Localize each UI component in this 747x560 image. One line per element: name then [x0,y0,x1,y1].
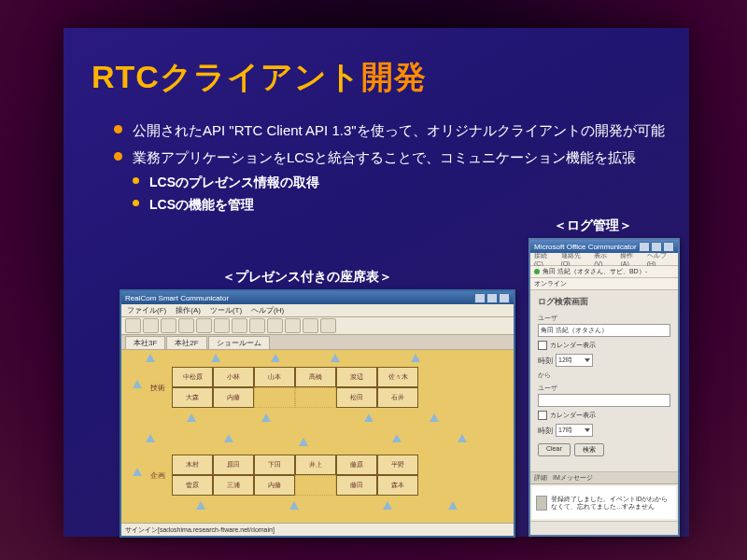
seat-empty[interactable] [254,387,295,408]
close-button[interactable] [499,293,510,303]
seat-group-2: 企画 木村 原田 下田 井上 藤原 平野 菅原 三浦 内藤 藤田 [172,455,418,496]
seat-titlebar[interactable]: RealCom Smart Communicator [121,291,514,304]
seat-cell[interactable]: 三浦 [213,475,254,496]
toolbar-btn[interactable] [196,318,212,333]
time2-row: 時刻 17時 [538,424,670,437]
presence-icon [430,413,439,422]
seat-cell[interactable]: 高橋 [295,367,336,387]
seat-cell[interactable]: 井上 [295,455,336,475]
presence-icon [196,501,205,510]
seat-cell[interactable]: 松田 [336,387,377,408]
list-header: 詳細 IMメッセージ [530,472,678,484]
seat-cell[interactable]: 石井 [377,387,418,408]
presence-status-line: 角田 浩紀（オタさん、サビ、BD）- [530,266,678,278]
seat-cell[interactable]: 木村 [172,455,213,475]
seat-row: 大森 内藤 松田 石井 [172,387,418,408]
seat-cell[interactable]: 内藤 [213,387,254,408]
window-buttons [639,242,674,252]
presence-icon [187,413,196,422]
time2-label: 時刻 [538,426,553,436]
from-label: から [538,371,670,380]
seat-empty[interactable] [295,475,336,496]
presence-icon [392,434,402,442]
menu-item[interactable]: 操作(A) [620,251,641,267]
seat-cell[interactable]: 大森 [172,387,213,408]
chevron-down-icon [585,428,590,432]
list-row[interactable]: 登録終了しました。イベントIDがわからなくて、忘れてました…すみません [532,486,676,519]
seat-cell[interactable]: 中松原 [172,367,213,387]
toolbar-btn[interactable] [143,318,159,333]
form-title: ログ検索画面 [538,296,670,308]
menu-item[interactable]: 連絡先(O) [561,251,589,267]
toolbar-btn[interactable] [320,318,336,333]
seat-cell[interactable]: 渡辺 [336,367,377,387]
close-button[interactable] [663,242,674,252]
seat-cell[interactable]: 内藤 [254,475,295,496]
seat-chart-window: RealCom Smart Communicator ファイル(F) 操作(A)… [120,289,515,538]
maximize-button[interactable] [651,242,662,252]
bullet-list: 公開されたAPI "RTC Client API 1.3"を使って、オリジナルク… [114,119,667,221]
seat-toolbar [121,317,514,335]
user2-label: ユーザ [538,384,670,393]
time-select[interactable]: 12時 [556,354,593,367]
toolbar-btn[interactable] [214,318,230,333]
presence-dot-icon [534,269,540,274]
time-value: 12時 [558,356,572,365]
presence-user: 角田 浩紀（オタさん、サビ、BD）- [543,267,647,276]
toolbar-btn[interactable] [249,318,265,333]
list-col-msg: IMメッセージ [553,473,593,483]
toolbar-btn[interactable] [232,318,247,333]
seat-empty[interactable] [295,387,336,408]
projection-backdrop: RTCクライアント開発 公開されたAPI "RTC Client API 1.3… [0,0,747,560]
toolbar-btn[interactable] [161,318,176,333]
time2-select[interactable]: 17時 [556,424,593,437]
tab-1[interactable]: 本社3F [125,336,165,349]
toolbar-btn[interactable] [178,318,194,333]
menu-help[interactable]: ヘルプ(H) [251,305,284,315]
user2-input[interactable] [538,394,670,407]
seat-cell[interactable]: 下田 [254,455,295,475]
seat-area: 技術 中松原 小林 山本 高橋 渡辺 佐々木 大森 内藤 松田 [121,349,514,523]
presence-icon [271,354,280,362]
log-menubar: 接続(C) 連絡先(O) 表示(V) 操作(A) ヘルプ(H) [530,253,678,266]
seat-cell[interactable]: 原田 [213,455,254,475]
presence-icon [146,434,155,442]
caption-log: ＜ログ管理＞ [554,217,632,234]
tab-2[interactable]: 本社2F [166,336,206,349]
seat-cell[interactable]: 小林 [213,367,254,387]
toolbar-btn[interactable] [303,318,318,333]
toolbar-btn[interactable] [267,318,283,333]
list-col-detail: 詳細 [534,473,547,483]
seat-cell[interactable]: 藤原 [336,455,377,475]
seat-cell[interactable]: 佐々木 [377,367,418,387]
menu-action[interactable]: 操作(A) [176,305,201,315]
menu-item[interactable]: 表示(V) [594,251,614,267]
user-input[interactable]: 角田 浩紀（オタさん） [538,324,670,337]
search-button[interactable]: 検索 [574,443,604,456]
menu-item[interactable]: ヘルプ(H) [647,251,674,267]
menu-item[interactable]: 接続(C) [534,251,556,267]
minimize-button[interactable] [474,293,486,303]
seat-status-text: サインイン[sadoshima.research-ftware.net/doma… [125,525,275,535]
tab-3[interactable]: ショールーム [208,336,270,349]
checkbox-icon [538,341,547,350]
calendar-check[interactable]: カレンダー表示 [538,341,670,350]
chevron-down-icon [585,358,590,362]
seat-cell[interactable]: 平野 [377,455,418,475]
toolbar-btn[interactable] [125,318,141,333]
menu-tool[interactable]: ツール(T) [210,305,242,315]
seat-cell[interactable]: 藤田 [336,475,377,496]
minimize-button[interactable] [639,242,650,252]
time-row: 時刻 12時 [538,354,670,367]
maximize-button[interactable] [486,293,498,303]
toolbar-btn[interactable] [285,318,301,333]
calendar2-check[interactable]: カレンダー表示 [538,411,670,420]
presence-icon [289,501,299,510]
menu-file[interactable]: ファイル(F) [127,305,166,315]
seat-cell[interactable]: 山本 [254,367,295,387]
seat-cell[interactable]: 菅原 [172,475,213,496]
seat-cell[interactable]: 森本 [377,475,418,496]
clear-button[interactable]: Clear [538,443,571,456]
calendar2-check-label: カレンダー表示 [550,411,596,420]
presence-icon [411,354,420,362]
